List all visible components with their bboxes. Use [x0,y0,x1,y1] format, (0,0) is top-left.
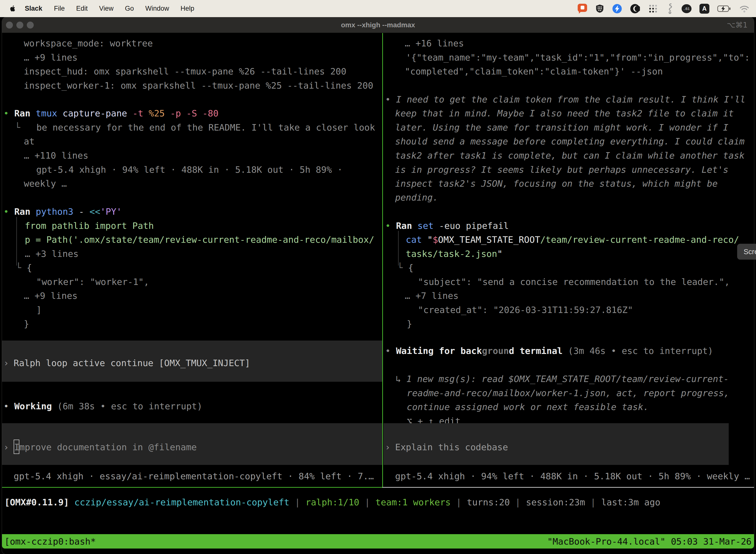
menu-bar-status-icons: ..61 A [577,3,756,14]
text-segment: -euo pipefail [439,221,509,231]
terminal-line: ] [36,303,42,317]
menu-go[interactable]: Go [119,5,140,12]
text-segment: cat [406,234,427,245]
text-segment: last:3m ago [601,497,660,507]
terminal-line: at [24,134,35,149]
text-segment: "subject": "send a concise recommendatio… [418,277,730,287]
screen-share-tooltip: Scre [737,244,756,260]
prompt-chevron-icon: › [3,440,9,454]
text-segment: from pathlib import Path [25,221,154,231]
right-pane-status-line: gpt-5.4 xhigh · 94% left · 488K in · 5.1… [395,469,756,483]
terminal-line: readme-and-reco/mailbox/worker-1.json, a… [407,386,729,400]
bullet: • [385,221,391,231]
lightning-circle-menubar-icon[interactable] [612,4,622,14]
menu-file[interactable]: File [48,5,71,12]
terminal-line: ↳ 1 new msg(s): read $OMX_TEAM_STATE_ROO… [396,372,729,386]
text-segment: << [89,207,100,217]
pane-divider[interactable] [382,33,383,488]
text-segment: … +7 lines [405,291,459,301]
text-segment: %25 [148,108,170,118]
text-segment: | [290,497,306,507]
menu-items: SlackFileEditViewGoWindowHelp [19,5,200,12]
terminal-line: keep that in mind. Maybe I also need the… [395,106,734,120]
text-segment: } [407,319,412,329]
keyboard-layout-label: A [702,5,707,12]
text-segment [9,207,14,217]
text-segment: OMX_TEAM_STATE_ROOT [438,234,540,245]
text-segment: inspect_worker-1: omx sparkshell --tmux-… [24,80,373,91]
terminal-line: p = Path('.omx/state/team/review-current… [25,233,374,247]
terminal-line: [OMX#0.11.9] cczip/essay/ai-reimplementa… [4,495,660,509]
text-segment: … +3 lines [25,249,79,259]
bullet: • [3,207,9,217]
prompt-chevron-icon: › [385,440,390,454]
apple-menu[interactable] [0,4,19,13]
crescent-circle-menubar-icon[interactable] [630,4,640,14]
text-cursor: I [14,440,19,454]
text-segment: weekly … [24,178,67,189]
battery-percent-badge-icon[interactable]: ..61 [682,4,692,13]
chat-app-menubar-icon[interactable] [577,3,587,14]
hook-squiggle-menubar-icon[interactable] [666,3,674,14]
terminal-line: … +9 lines [24,50,78,64]
terminal-line: • Ran python3 - <<'PY' [3,205,122,219]
text-segment: | [359,497,376,507]
text-segment: Ran [396,221,418,231]
text-segment: -S [186,108,202,118]
menu-window[interactable]: Window [140,5,175,12]
text-segment: ] [36,305,42,315]
text-segment: is in progress? It seems likely but perh… [395,165,729,175]
shield-grid-menubar-icon[interactable] [595,4,604,14]
terminal-line: └ { [397,261,414,275]
output-rail [16,217,17,266]
text-segment: (3m 46s • esc to interrupt) [563,346,713,356]
text-segment [391,346,396,356]
text-segment: Ran [14,207,36,217]
text-segment: keep that in mind. Maybe I also need the… [395,108,734,118]
menu-help[interactable]: Help [175,5,200,12]
corner-glyph: └ [15,122,20,132]
text-segment: be necessary for the end of the README. … [20,122,375,132]
text-segment: } [24,319,29,329]
text-segment: task2 after task1 is complete, but can I… [395,151,745,161]
keyboard-layout-icon[interactable]: A [699,4,709,14]
text-segment: /team/review-current-readme-and-reco/ [540,234,739,245]
menu-view[interactable]: View [93,5,119,12]
terminal-line: • I need to get the claim token from the… [385,92,745,107]
terminal-line: • Ran set -euo pipefail [385,219,509,233]
battery-icon[interactable] [717,5,731,12]
bullet: • [385,346,391,356]
menu-slack[interactable]: Slack [19,5,48,12]
screen: SlackFileEditViewGoWindowHelp [0,0,756,554]
right-input-field[interactable]: › Explain this codebase [383,423,729,465]
left-history-entry[interactable]: › Ralph loop active continue [OMX_TMUX_I… [2,340,382,382]
terminal-line: gpt-5.4 xhigh · 94% left · 488K in · 5.1… [36,163,342,177]
bullet: • [3,108,9,118]
terminal-line: inspect task2's JSON, focusing on the st… [395,176,717,190]
terminal-line: continue assigned work or next feasible … [407,400,649,414]
text-segment: { [408,263,414,273]
text-segment: inspect_hud: omx sparkshell --tmux-pane … [24,66,346,76]
text-segment: groun [482,346,509,356]
left-input-field[interactable]: › I mprove documentation in @filename [2,423,382,465]
text-segment: 'PY' [100,207,122,217]
text-segment: "worker": "worker-1", [36,277,149,287]
bullet: • [385,94,391,105]
text-segment: Ran [14,108,36,118]
left-pane-status-line: gpt-5.4 xhigh · essay/ai-reimplementatio… [14,469,381,483]
terminal-line: └ { [16,261,32,275]
text-segment: -p [170,108,186,118]
text-segment: ↳ [396,374,406,384]
history-text: Ralph loop active continue [OMX_TMUX_INJ… [14,356,250,370]
terminal-line: task2 after task1 is complete, but can I… [395,149,745,163]
text-segment: -80 [202,108,218,118]
wifi-icon[interactable] [739,4,750,13]
text-segment: … +9 lines [24,291,78,301]
text-segment: | [451,497,467,507]
dots-grid-menubar-icon[interactable] [648,3,658,14]
right-pane-bottom-border [382,487,754,488]
menu-edit[interactable]: Edit [70,5,93,12]
text-segment: at [24,136,35,147]
text-segment: readme-and-reco/mailbox/worker-1.json, a… [407,388,729,398]
text-segment: ralph:1/10 [306,497,359,507]
